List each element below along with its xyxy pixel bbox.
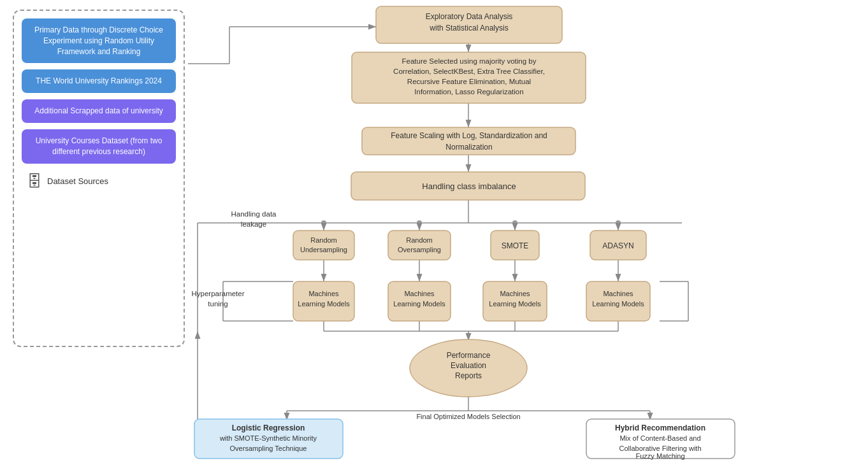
- feature-selected-text-2: Correlation, SelectKBest, Extra Tree Cla…: [393, 68, 545, 75]
- ml1-text2: Learning Models: [298, 300, 350, 308]
- adasyn-text: ADASYN: [602, 241, 633, 250]
- perf-text2: Evaluation: [451, 361, 486, 370]
- hybrid-bold-text: Hybrid Recommendation: [615, 424, 705, 432]
- class-imbalance-text: Handling class imbalance: [422, 182, 516, 191]
- logistic-text2: Oversampling Technique: [230, 445, 307, 452]
- hybrid-text2: Collaborative Filtering with: [619, 445, 702, 452]
- hybrid-text3: Fuzzy Matching: [635, 452, 684, 460]
- random-over-text2: Oversampling: [398, 246, 441, 253]
- hyperparameter-label2: tuning: [208, 300, 228, 308]
- logistic-text1: with SMOTE-Synthetic Minority: [219, 434, 317, 442]
- random-over-box: [388, 231, 451, 260]
- eda-text-1: Exploratory Data Analysis: [426, 12, 513, 21]
- feature-scaling-text-1: Feature Scaling with Log, Standardizatio…: [391, 131, 547, 140]
- random-under-box: [293, 231, 354, 260]
- ml2-text1: Machines: [404, 290, 435, 297]
- hybrid-text1: Mix of Content-Based and: [619, 434, 700, 442]
- ml3-text2: Learning Models: [489, 300, 541, 308]
- perf-text3: Reports: [455, 371, 482, 380]
- ml3-text1: Machines: [500, 290, 530, 297]
- ml4-text1: Machines: [603, 290, 633, 297]
- feature-selected-text-4: Information, Lasso Regularization: [414, 88, 523, 96]
- smote-text: SMOTE: [502, 241, 529, 250]
- feature-scaling-text-2: Normalization: [445, 143, 492, 152]
- eda-text-2: with Statistical Analysis: [429, 24, 508, 32]
- ml2-text2: Learning Models: [393, 300, 445, 308]
- feature-selected-text-1: Feature Selected using majority voting b…: [402, 57, 537, 65]
- logistic-bold-text: Logistic Regression: [232, 424, 305, 432]
- handling-data-leakage-label2: leakage: [241, 220, 266, 228]
- feature-selected-text-3: Recursive Feature Elimination, Mutual: [407, 78, 531, 85]
- random-under-text1: Random: [310, 236, 337, 244]
- ml4-text2: Learning Models: [592, 300, 644, 308]
- perf-text1: Performance: [447, 351, 491, 360]
- ml1-text1: Machines: [308, 290, 339, 297]
- random-over-text1: Random: [406, 236, 433, 244]
- final-optimized-label: Final Optimized Models Selection: [416, 413, 520, 420]
- handling-data-leakage-label: Handling data: [231, 210, 277, 218]
- random-under-text2: Undersampling: [300, 246, 347, 253]
- hyperparameter-label1: Hyperparameter: [191, 290, 244, 297]
- flowchart-svg: Exploratory Data Analysis with Statistic…: [0, 0, 868, 463]
